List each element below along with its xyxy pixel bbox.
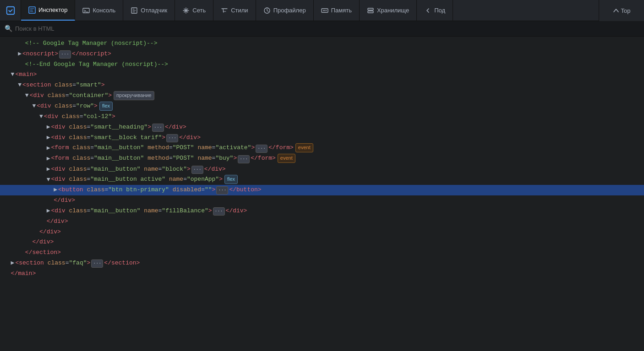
expand-triangle[interactable]: ▼ [39,113,43,120]
tab-storage-label: Хранилище [377,7,409,14]
tab-inspector[interactable]: Инспектор [21,0,75,21]
expand-triangle[interactable]: ▼ [11,71,15,78]
svg-rect-7 [324,10,325,11]
ellipsis-badge[interactable]: ··· [59,50,71,59]
ellipsis-badge[interactable]: ··· [216,186,228,194]
line-badge-flex: flex [224,175,238,184]
html-line-18[interactable]: </div> [0,216,644,227]
line-badge-event: event [278,154,295,163]
search-input[interactable] [15,25,639,32]
expand-triangle[interactable]: ▶ [18,50,22,57]
line-badge-event: event [295,143,313,152]
svg-rect-10 [368,11,373,13]
html-line-12[interactable]: ▶<form class="main__button" method="POST… [0,153,644,164]
search-bar: 🔍 [0,21,644,37]
devtools-logo [0,0,21,21]
expand-triangle[interactable]: ▶ [47,207,50,214]
svg-rect-8 [326,10,327,11]
tab-memory[interactable]: Память [314,0,360,21]
tab-debugger[interactable]: Отладчик [123,0,175,21]
svg-rect-9 [368,8,373,10]
expand-triangle[interactable]: ▼ [25,92,29,99]
console-icon [82,7,90,14]
expand-triangle[interactable]: ▶ [54,186,57,193]
toolbar: Инспектор Консоль Отладчик [0,0,644,21]
html-line-20[interactable]: </div> [0,237,644,248]
ellipsis-badge[interactable]: ··· [191,166,203,174]
ellipsis-badge[interactable]: ··· [213,207,225,216]
html-line-21[interactable]: </section> [0,248,644,258]
html-line-8[interactable]: ▼<div class="col-12"> [0,112,644,122]
top-button[interactable]: Top [599,0,644,21]
tab-profiler[interactable]: Профайлер [256,0,314,21]
inspector-icon [28,6,36,14]
expand-triangle[interactable]: ▶ [11,259,15,266]
tab-console-label: Консоль [93,7,115,14]
html-line-2[interactable]: ▶<noscript>···</noscript> [0,49,644,59]
network-icon [182,7,190,14]
expand-triangle[interactable]: ▶ [47,145,50,151]
html-line-4[interactable]: ▼<main> [0,70,644,80]
line-badge-flex: flex [99,102,113,111]
html-line-3[interactable]: <!--End Google Tag Manager (noscript)--> [0,59,644,70]
tab-storage[interactable]: Хранилище [360,0,417,21]
svg-rect-6 [323,10,324,11]
expand-triangle[interactable]: ▶ [47,124,50,130]
html-line-14[interactable]: ▼<div class="main__button active" name="… [0,174,644,185]
ellipsis-badge[interactable]: ··· [256,145,267,153]
html-line-16[interactable]: </div> [0,195,644,206]
line-badge-scroll: прокручивание [114,91,154,100]
ellipsis-badge[interactable]: ··· [238,155,250,163]
top-label: Top [621,7,631,14]
html-line-17[interactable]: ▶<div class="main__button" name="fillBal… [0,206,644,216]
html-editor: <!-- Google Tag Manager (noscript)--> ▶<… [0,37,644,351]
debugger-icon [131,7,138,14]
ellipsis-badge[interactable]: ··· [152,124,164,132]
tab-styles-label: Стили [231,7,248,14]
storage-icon [367,7,374,14]
html-line-7[interactable]: ▼<div class="row">flex [0,101,644,112]
html-line-9[interactable]: ▶<div class="smart__heading">···</div> [0,122,644,133]
more-icon [424,7,431,14]
expand-triangle[interactable]: ▼ [47,176,50,183]
html-line-13[interactable]: ▶<div class="main__button" name="block">… [0,164,644,175]
tab-more[interactable]: Под [417,0,453,21]
svg-rect-0 [6,6,14,14]
tab-console[interactable]: Консоль [75,0,123,21]
html-line-23[interactable]: </main> [0,269,644,279]
expand-triangle[interactable]: ▶ [47,166,50,173]
tab-profiler-label: Профайлер [273,7,306,14]
html-line-10[interactable]: ▶<div class="smart__block tarif">···</di… [0,133,644,143]
tab-debugger-label: Отладчик [141,7,167,14]
html-line-19[interactable]: </div> [0,227,644,238]
tab-more-label: Под [434,7,445,14]
html-line-1[interactable]: <!-- Google Tag Manager (noscript)--> [0,38,644,49]
profiler-icon [263,7,271,14]
expand-triangle[interactable]: ▶ [47,155,50,162]
memory-icon [321,7,328,14]
expand-triangle[interactable]: ▼ [32,103,36,109]
ellipsis-badge[interactable]: ··· [166,134,178,142]
tab-network-label: Сеть [192,7,206,14]
tab-inspector-label: Инспектор [38,6,67,13]
tab-styles[interactable]: Стили [213,0,256,21]
html-line-6[interactable]: ▼<div class="container">прокручивание [0,91,644,101]
ellipsis-badge[interactable]: ··· [91,259,103,268]
expand-triangle[interactable]: ▶ [47,134,50,141]
html-line-11[interactable]: ▶<form class="main__button" method="POST… [0,143,644,153]
html-line-15[interactable]: ▶<button class="btn btn-primary" disable… [0,185,644,195]
expand-triangle[interactable]: ▼ [18,81,22,88]
html-line-5[interactable]: ▼<section class="smart"> [0,80,644,91]
html-line-22[interactable]: ▶<section class="faq">···</section> [0,258,644,269]
search-icon: 🔍 [5,25,12,32]
tab-network[interactable]: Сеть [175,0,213,21]
tab-memory-label: Память [331,7,352,14]
styles-icon [221,7,228,14]
